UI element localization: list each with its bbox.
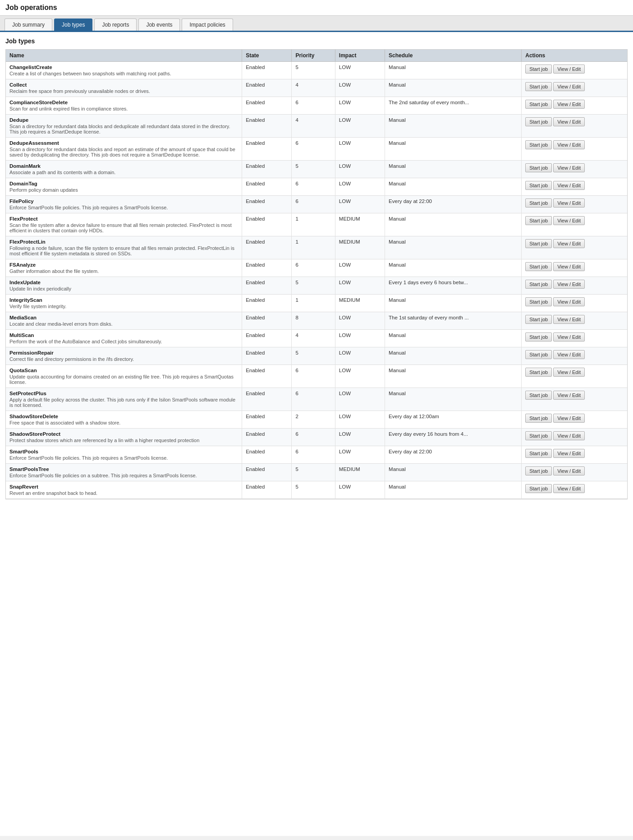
view-edit-button[interactable]: View / Edit bbox=[553, 239, 585, 248]
job-actions-cell: Start jobView / Edit bbox=[522, 481, 627, 499]
view-edit-button[interactable]: View / Edit bbox=[553, 163, 585, 172]
job-state: Enabled bbox=[242, 213, 292, 236]
job-priority: 5 bbox=[292, 481, 335, 499]
view-edit-button[interactable]: View / Edit bbox=[553, 297, 585, 306]
start-job-button[interactable]: Start job bbox=[525, 262, 552, 271]
start-job-button[interactable]: Start job bbox=[525, 117, 552, 126]
start-job-button[interactable]: Start job bbox=[525, 280, 552, 289]
view-edit-button[interactable]: View / Edit bbox=[553, 484, 585, 493]
start-job-button[interactable]: Start job bbox=[525, 350, 552, 359]
view-edit-button[interactable]: View / Edit bbox=[553, 315, 585, 324]
view-edit-button[interactable]: View / Edit bbox=[553, 117, 585, 126]
job-priority: 5 bbox=[292, 161, 335, 178]
tab-impact-policies[interactable]: Impact policies bbox=[182, 18, 233, 31]
job-name: IntegrityScan bbox=[9, 297, 238, 303]
table-body: ChangelistCreateCreate a list of changes… bbox=[6, 62, 627, 499]
col-header-state: State bbox=[242, 50, 292, 62]
start-job-button[interactable]: Start job bbox=[525, 332, 552, 342]
tab-job-types[interactable]: Job types bbox=[54, 18, 92, 31]
job-schedule: Manual bbox=[385, 295, 522, 312]
job-schedule: Every day at 22:00 bbox=[385, 446, 522, 464]
job-name-cell: FlexProtectScan the file system after a … bbox=[6, 213, 242, 236]
view-edit-button[interactable]: View / Edit bbox=[553, 391, 585, 400]
job-name: SmartPoolsTree bbox=[9, 466, 238, 472]
start-job-button[interactable]: Start job bbox=[525, 140, 552, 149]
job-impact: LOW bbox=[335, 115, 385, 138]
view-edit-button[interactable]: View / Edit bbox=[553, 140, 585, 149]
tab-job-reports[interactable]: Job reports bbox=[94, 18, 137, 31]
start-job-button[interactable]: Start job bbox=[525, 163, 552, 172]
job-actions-cell: Start jobView / Edit bbox=[522, 115, 627, 138]
start-job-button[interactable]: Start job bbox=[525, 391, 552, 400]
job-impact: LOW bbox=[335, 178, 385, 196]
job-name-cell: ShadowStoreProtectProtect shadow stores … bbox=[6, 429, 242, 446]
job-desc: Perform policy domain updates bbox=[9, 187, 238, 193]
view-edit-button[interactable]: View / Edit bbox=[553, 216, 585, 225]
job-name: MediaScan bbox=[9, 315, 238, 320]
job-actions-cell: Start jobView / Edit bbox=[522, 196, 627, 213]
start-job-button[interactable]: Start job bbox=[525, 216, 552, 225]
job-actions-cell: Start jobView / Edit bbox=[522, 411, 627, 429]
start-job-button[interactable]: Start job bbox=[525, 181, 552, 190]
job-schedule: Manual bbox=[385, 236, 522, 259]
view-edit-button[interactable]: View / Edit bbox=[553, 368, 585, 377]
view-edit-button[interactable]: View / Edit bbox=[553, 332, 585, 342]
job-name-cell: QuotaScanUpdate quota accounting for dom… bbox=[6, 365, 242, 388]
job-name: ComplianceStoreDelete bbox=[9, 100, 238, 105]
job-priority: 6 bbox=[292, 178, 335, 196]
start-job-button[interactable]: Start job bbox=[525, 484, 552, 493]
view-edit-button[interactable]: View / Edit bbox=[553, 65, 585, 74]
job-desc: Reclaim free space from previously unava… bbox=[9, 88, 238, 94]
start-job-button[interactable]: Start job bbox=[525, 82, 552, 91]
start-job-button[interactable]: Start job bbox=[525, 315, 552, 324]
start-job-button[interactable]: Start job bbox=[525, 198, 552, 208]
start-job-button[interactable]: Start job bbox=[525, 449, 552, 458]
job-name-cell: FlexProtectLinFollowing a node failure, … bbox=[6, 236, 242, 259]
tab-job-events[interactable]: Job events bbox=[138, 18, 180, 31]
job-name-cell: MultiScanPerform the work of the AutoBal… bbox=[6, 330, 242, 347]
job-name-cell: DomainMarkAssociate a path and its conte… bbox=[6, 161, 242, 178]
start-job-button[interactable]: Start job bbox=[525, 239, 552, 248]
job-impact: LOW bbox=[335, 259, 385, 277]
table-row: SnapRevertRevert an entire snapshot back… bbox=[6, 481, 627, 499]
job-state: Enabled bbox=[242, 330, 292, 347]
start-job-button[interactable]: Start job bbox=[525, 297, 552, 306]
view-edit-button[interactable]: View / Edit bbox=[553, 466, 585, 475]
job-name-cell: SmartPoolsTreeEnforce SmartPools file po… bbox=[6, 464, 242, 481]
job-state: Enabled bbox=[242, 138, 292, 161]
job-name-cell: SmartPoolsEnforce SmartPools file polici… bbox=[6, 446, 242, 464]
view-edit-button[interactable]: View / Edit bbox=[553, 449, 585, 458]
table-row: QuotaScanUpdate quota accounting for dom… bbox=[6, 365, 627, 388]
job-actions-cell: Start jobView / Edit bbox=[522, 178, 627, 196]
job-schedule: Manual bbox=[385, 347, 522, 365]
job-priority: 6 bbox=[292, 196, 335, 213]
view-edit-button[interactable]: View / Edit bbox=[553, 280, 585, 289]
start-job-button[interactable]: Start job bbox=[525, 414, 552, 423]
job-priority: 5 bbox=[292, 62, 335, 79]
start-job-button[interactable]: Start job bbox=[525, 466, 552, 475]
view-edit-button[interactable]: View / Edit bbox=[553, 350, 585, 359]
start-job-button[interactable]: Start job bbox=[525, 100, 552, 109]
table-row: DomainMarkAssociate a path and its conte… bbox=[6, 161, 627, 178]
view-edit-button[interactable]: View / Edit bbox=[553, 100, 585, 109]
start-job-button[interactable]: Start job bbox=[525, 431, 552, 440]
job-name: DomainMark bbox=[9, 163, 238, 169]
table-row: ChangelistCreateCreate a list of changes… bbox=[6, 62, 627, 79]
tab-job-summary[interactable]: Job summary bbox=[5, 18, 52, 31]
job-name: Collect bbox=[9, 82, 238, 88]
view-edit-button[interactable]: View / Edit bbox=[553, 198, 585, 208]
view-edit-button[interactable]: View / Edit bbox=[553, 181, 585, 190]
job-desc: Scan a directory for redundant data bloc… bbox=[9, 124, 238, 134]
start-job-button[interactable]: Start job bbox=[525, 65, 552, 74]
job-state: Enabled bbox=[242, 347, 292, 365]
job-name-cell: ShadowStoreDeleteFree space that is asso… bbox=[6, 411, 242, 429]
job-name-cell: FSAnalyzeGather information about the fi… bbox=[6, 259, 242, 277]
start-job-button[interactable]: Start job bbox=[525, 368, 552, 377]
job-impact: LOW bbox=[335, 196, 385, 213]
view-edit-button[interactable]: View / Edit bbox=[553, 82, 585, 91]
view-edit-button[interactable]: View / Edit bbox=[553, 414, 585, 423]
job-state: Enabled bbox=[242, 312, 292, 330]
view-edit-button[interactable]: View / Edit bbox=[553, 262, 585, 271]
view-edit-button[interactable]: View / Edit bbox=[553, 431, 585, 440]
table-row: MultiScanPerform the work of the AutoBal… bbox=[6, 330, 627, 347]
